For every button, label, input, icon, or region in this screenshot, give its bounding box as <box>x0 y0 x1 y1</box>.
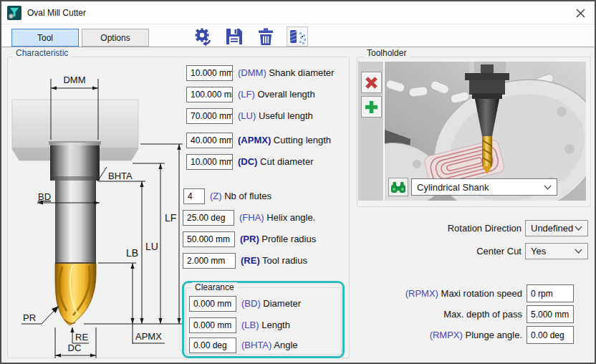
cut-diameter-label: Cut diameter <box>260 156 313 167</box>
toolholder-group-label: Toolholder <box>364 48 409 58</box>
clearance-diameter-input[interactable]: 0.000 mm <box>189 296 236 312</box>
re-code: (RE) <box>241 255 260 266</box>
maxi-rotation-speed-label: Maxi rotation speed <box>441 288 522 299</box>
tab-tool[interactable]: Tool <box>11 29 79 47</box>
rotation-direction-select[interactable]: Undefined <box>525 220 588 236</box>
overall-length-label: Overall length <box>257 89 314 100</box>
z-code: (Z) <box>210 191 222 201</box>
diagram-label-lu: LU <box>145 241 158 252</box>
clearance-angle-input[interactable]: 0.00 deg <box>189 337 236 353</box>
diagram-label-bhta: BHTA <box>108 171 133 181</box>
add-toolholder-button[interactable] <box>361 96 382 118</box>
diagram-label-lf: LF <box>165 212 176 224</box>
gear-refresh-icon <box>193 27 213 47</box>
tool-diagram: DMM BHTA BD <box>9 62 188 358</box>
maxi-rotation-speed-input[interactable]: 0 rpm <box>527 284 574 302</box>
clearance-length-input[interactable]: 0.000 mm <box>189 317 236 333</box>
shank-diameter-input[interactable]: 10.000 mm <box>186 65 233 81</box>
chevron-down-icon <box>575 249 582 254</box>
helix-angle-input[interactable]: 25.00 deg <box>183 210 234 226</box>
app-icon <box>7 6 21 20</box>
shank-type-select[interactable]: Cylindrical Shank <box>411 178 557 196</box>
gear-refresh-button[interactable] <box>192 27 213 47</box>
helix-angle-row: 25.00 deg (FHA) Helix angle. <box>183 209 315 226</box>
close-button[interactable] <box>573 6 587 19</box>
cutting-length-input[interactable]: 40.000 mm <box>186 133 233 148</box>
delete-button[interactable] <box>255 27 277 47</box>
tool-export-icon <box>287 27 307 46</box>
center-cut-label: Center Cut <box>388 246 522 257</box>
center-cut-select[interactable]: Yes <box>525 243 588 259</box>
rotation-direction-value: Undefined <box>531 223 573 234</box>
profile-radius-row: 50.000 mm (PR) Profile radius <box>183 231 316 247</box>
max-depth-of-pass-row: Max. depth of pass 5.000 mm <box>388 305 574 323</box>
plunge-angle-input[interactable]: 0.00 deg <box>527 326 574 344</box>
useful-length-input[interactable]: 70.000 mm <box>186 108 233 124</box>
save-icon <box>225 27 244 46</box>
chevron-down-icon <box>544 185 552 190</box>
center-cut-row: Center Cut Yes <box>388 243 588 259</box>
max-depth-of-pass-input[interactable]: 5.000 mm <box>527 305 574 323</box>
profile-radius-label: Profile radius <box>261 234 316 244</box>
useful-length-row: 70.000 mm (LU) Useful length <box>186 107 313 124</box>
center-cut-value: Yes <box>531 246 546 257</box>
bhta-code: (BHTA) <box>241 340 271 350</box>
clearance-length-label: Length <box>261 320 290 330</box>
diagram-label-lb: LB <box>126 247 138 259</box>
nb-of-flutes-input[interactable]: 4 <box>183 188 205 204</box>
cutting-length-label: Cutting length <box>274 135 331 145</box>
clearance-angle-row: 0.00 deg (BHTA) Angle <box>189 337 298 353</box>
overall-length-input[interactable]: 100.000 mm <box>186 87 233 102</box>
oval-mill-cutter-dialog: Oval Mill Cutter Tool Options <box>0 0 596 364</box>
maxi-rotation-speed-row: (RPMX) Maxi rotation speed 0 rpm <box>388 284 574 302</box>
browse-toolholder-button[interactable] <box>388 178 408 196</box>
bd-code: (BD) <box>241 298 261 309</box>
tab-options[interactable]: Options <box>82 29 149 47</box>
helix-angle-label: Helix angle. <box>266 212 315 223</box>
tool-radius-row: 2.000 mm (RE) Tool radius <box>183 252 307 269</box>
shank-diameter-label: Shank diameter <box>269 67 334 78</box>
max-depth-of-pass-label: Max. depth of pass <box>388 309 522 320</box>
dmm-code: (DMM) <box>238 67 266 78</box>
tool-radius-input[interactable]: 2.000 mm <box>183 253 236 269</box>
clearance-angle-label: Angle <box>274 340 297 350</box>
shank-diameter-row: 10.000 mm (DMM) Shank diameter <box>186 64 334 81</box>
plunge-angle-row: (RMPX) Plunge angle. 0.00 deg <box>388 326 574 344</box>
rmpx-code: (RMPX) <box>430 330 463 340</box>
useful-length-label: Useful length <box>259 110 313 121</box>
lf-code: (LF) <box>238 89 255 100</box>
plunge-angle-label: Plunge angle. <box>465 330 522 340</box>
lu-code: (LU) <box>238 110 256 121</box>
remove-toolholder-button[interactable] <box>361 72 382 93</box>
binoculars-icon <box>391 182 405 193</box>
diagram-label-pr: PR <box>23 312 36 323</box>
toolbar: Tool Options <box>1 24 595 47</box>
trash-icon <box>256 27 275 46</box>
save-button[interactable] <box>224 27 245 47</box>
cut-diameter-row: 10.000 mm (DC) Cut diameter <box>186 153 313 170</box>
lb-code: (LB) <box>241 320 259 330</box>
diagram-label-dc: DC <box>68 343 82 353</box>
add-plus-icon <box>365 100 378 114</box>
tool-export-button[interactable] <box>287 27 308 47</box>
dialog-body: Characteristic <box>1 47 595 363</box>
cutting-length-row: 40.000 mm (APMX) Cutting length <box>186 132 331 148</box>
cut-diameter-input[interactable]: 10.000 mm <box>186 154 233 170</box>
fha-code: (FHA) <box>239 212 264 223</box>
rotation-direction-label: Rotation Direction <box>388 223 522 234</box>
nb-of-flutes-row: 4 (Z) Nb of flutes <box>183 188 271 204</box>
diagram-label-dmm: DMM <box>63 75 85 85</box>
profile-radius-input[interactable]: 50.000 mm <box>183 231 235 247</box>
tool-radius-label: Tool radius <box>262 255 307 266</box>
diagram-label-apmx: APMX <box>135 331 162 342</box>
remove-x-icon <box>365 76 378 90</box>
clearance-group-label: Clearance <box>192 282 237 292</box>
diagram-label-re: RE <box>75 332 88 343</box>
shank-type-value: Cylindrical Shank <box>417 182 489 193</box>
apmx-code: (APMX) <box>238 135 271 145</box>
pr-code: (PR) <box>240 234 259 244</box>
clearance-diameter-row: 0.000 mm (BD) Diameter <box>189 295 301 312</box>
dc-code: (DC) <box>238 156 257 167</box>
rpmx-code: (RPMX) <box>405 288 438 299</box>
close-icon <box>576 9 585 18</box>
